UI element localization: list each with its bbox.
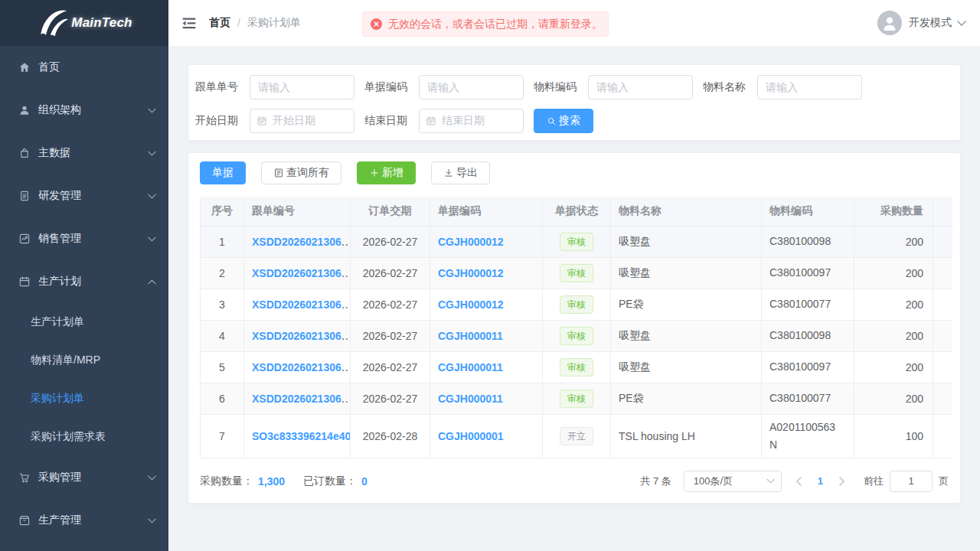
download-icon [443,168,454,178]
material-code-text: C380100097 [769,358,844,376]
date-picker-input[interactable]: 结束日期 [419,109,524,133]
toolbar-button[interactable]: 新增 [357,161,416,184]
cell-status: 审核 [543,383,611,414]
user-menu[interactable]: 开发模式 [877,11,966,35]
material-code-text: C380100098 [769,327,844,344]
sidebar-item-label: 首页 [38,60,60,74]
sidebar-subitem[interactable]: 采购计划单 [0,380,168,418]
sidebar-item[interactable]: 主数据 [0,132,168,174]
cell-material-code: A0201100563 N [762,414,854,458]
truncation-ellipsis: ‥ [341,267,349,279]
cell-qty: 200 [854,289,933,320]
doc-code-link[interactable]: CGJH000001 [438,430,504,442]
chevron-down-icon [148,194,156,199]
column-header: 跟单编号 [244,197,351,226]
order-no-link[interactable]: XSDD2026021306 [252,393,341,405]
cell-seq: 4 [201,320,244,351]
date-picker-input[interactable]: 开始日期 [250,109,354,133]
table-row[interactable]: 6XSDD2026021306‥2026-02-27CGJH000011审核PE… [201,383,952,414]
box-icon [18,514,31,527]
table-row[interactable]: 4XSDD2026021306‥2026-02-27CGJH000011审核吸塑… [201,320,952,351]
table-panel: 单据查询所有新增导出 序号跟单编号订单交期单据编码单据状态物料名称物料编码采购数… [188,152,961,504]
sidebar-subitem[interactable]: 采购计划需求表 [0,418,168,456]
sidebar-subitem[interactable]: 生产计划单 [0,303,168,341]
table-row[interactable]: 2XSDD2026021306‥2026-02-27CGJH000012审核吸塑… [201,257,952,289]
order-no-link[interactable]: XSDD2026021306 [252,236,341,248]
chevron-down-icon [766,478,775,484]
cell-qty: 200 [854,257,933,289]
sidebar-item[interactable]: 研发管理 [0,174,168,217]
column-header: 序号 [201,197,244,226]
cell-doc-code: CGJH000012 [430,289,543,320]
cell-order-no: XSDD2026021306‥ [244,351,351,383]
doc-code-link[interactable]: CGJH000012 [438,236,504,248]
search-button[interactable]: 搜索 [534,109,593,133]
doc-code-link[interactable]: CGJH000012 [438,267,504,279]
pagination: 共 7 条 100条/页 [640,471,949,492]
search-field-group: 单据编码 [364,75,524,99]
prev-page-icon[interactable] [791,477,806,486]
sidebar-item[interactable]: 生产管理 [0,499,168,542]
cell-seq: 1 [201,226,244,257]
cell-delivery-date: 2026-02-27 [351,351,430,383]
next-page-icon[interactable] [835,477,850,486]
search-input[interactable] [588,75,693,99]
search-input[interactable] [757,75,862,99]
doc-code-link[interactable]: CGJH000011 [438,393,503,405]
toolbar-button[interactable]: 单据 [200,161,246,184]
cell-doc-code: CGJH000001 [430,414,543,458]
chevron-down-icon [957,21,966,26]
status-tag: 审核 [560,390,593,408]
cell-delivery-date: 2026-02-27 [351,383,430,414]
page-size-value: 100条/页 [694,474,733,488]
chevron-down-icon [148,475,156,481]
toolbar-button[interactable]: 导出 [431,161,490,184]
cell-extra [933,226,952,257]
toolbar: 单据查询所有新增导出 [200,161,949,184]
doc-code-link[interactable]: CGJH000012 [438,298,504,311]
sidebar-item[interactable]: 首页 [0,46,168,89]
sidebar-item[interactable]: 采购管理 [0,456,168,499]
sidebar-item-label: 生产管理 [38,514,81,527]
doc-code-link[interactable]: CGJH000011 [438,361,503,373]
order-no-link[interactable]: XSDD2026021306 [252,361,341,373]
order-no-link[interactable]: XSDD2026021306 [252,330,341,342]
ordered-qty-label: 已订数量： [303,474,357,488]
topbar: 首页 / 采购计划单 无效的会话，或者会话已过期，请重新登录。 [168,0,980,46]
order-no-link[interactable]: SO3c833396214e40 [252,430,351,442]
table-row[interactable]: 7SO3c833396214e402026-02-28CGJH000001开立T… [201,414,952,458]
user-mode-label: 开发模式 [909,16,952,30]
cell-material-name: 吸塑盘 [611,351,762,383]
table-wrapper: 序号跟单编号订单交期单据编码单据状态物料名称物料编码采购数量 1XSDD2026… [200,197,949,458]
toolbar-button[interactable]: 查询所有 [261,161,341,184]
search-input[interactable] [419,75,524,99]
table-row[interactable]: 3XSDD2026021306‥2026-02-27CGJH000012审核PE… [201,289,952,320]
date-field-group: 结束日期结束日期 [364,109,524,133]
purchase-qty-value: 1,300 [258,475,285,487]
cell-extra [933,383,952,414]
page-size-select[interactable]: 100条/页 [684,471,782,492]
sidebar-item[interactable]: 销售管理 [0,217,168,260]
cell-seq: 7 [201,414,244,458]
cell-qty: 100 [854,414,933,458]
order-no-link[interactable]: XSDD2026021306 [252,267,341,279]
sidebar-subitem[interactable]: 物料清单/MRP [0,341,168,380]
search-input[interactable] [250,75,354,99]
date-placeholder: 结束日期 [442,114,485,128]
sidebar-item[interactable]: 组织架构 [0,89,168,132]
breadcrumb-current: 采购计划单 [247,16,301,30]
table-row[interactable]: 5XSDD2026021306‥2026-02-27CGJH000011审核吸塑… [201,351,952,383]
search-field-label: 物料编码 [534,80,577,94]
chevron-down-icon [148,151,156,156]
doc-code-link[interactable]: CGJH000011 [438,330,503,342]
cell-delivery-date: 2026-02-27 [351,257,430,289]
goto-page-input[interactable] [890,471,933,492]
breadcrumb-home[interactable]: 首页 [209,16,230,30]
collapse-sidebar-icon[interactable] [182,18,196,29]
order-no-link[interactable]: XSDD2026021306 [252,298,341,311]
cell-order-no: XSDD2026021306‥ [244,320,351,351]
cell-qty: 200 [854,383,933,414]
sidebar-item[interactable]: 生产计划 [0,260,168,303]
table-row[interactable]: 1XSDD2026021306‥2026-02-27CGJH000012审核吸塑… [201,226,952,257]
page-number-current[interactable]: 1 [806,475,835,487]
